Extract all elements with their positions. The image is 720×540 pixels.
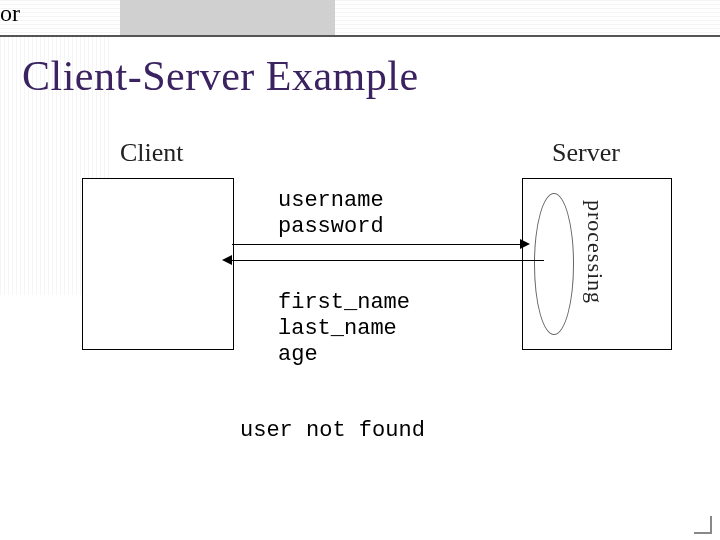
arrow-left-icon: [222, 255, 232, 265]
processing-label: processing: [582, 200, 608, 304]
corner-resize-icon: [694, 516, 712, 534]
client-label: Client: [120, 138, 184, 168]
request-payload: username password: [278, 188, 384, 240]
response-payload: first_name last_name age: [278, 290, 410, 368]
server-label: Server: [552, 138, 620, 168]
header-ruled-band: [0, 0, 720, 37]
response-arrow-line: [232, 260, 544, 261]
slide-title: Client-Server Example: [22, 52, 419, 100]
processing-oval: [534, 193, 574, 335]
client-box: [82, 178, 234, 350]
request-arrow-line: [232, 244, 522, 245]
header-tab: [120, 0, 335, 35]
alt-response: user not found: [240, 418, 425, 444]
arrow-right-icon: [520, 239, 530, 249]
